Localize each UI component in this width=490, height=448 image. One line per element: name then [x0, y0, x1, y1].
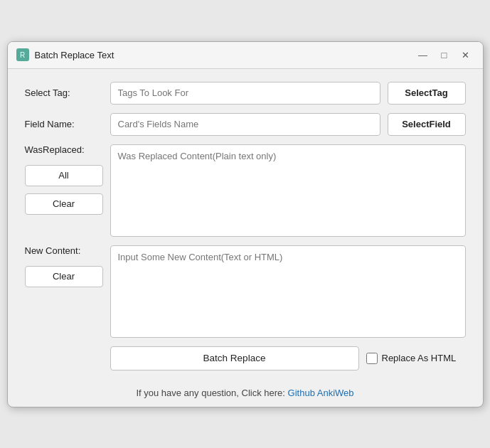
new-content-section: New Content: Clear	[25, 245, 466, 338]
replace-as-html-area: Replace As HTML	[366, 353, 466, 364]
minimize-button[interactable]: —	[415, 48, 432, 62]
field-name-input[interactable]	[110, 113, 380, 136]
window-controls: — □ ✕	[415, 48, 474, 62]
app-icon: R	[16, 48, 29, 61]
replace-as-html-checkbox[interactable]	[366, 353, 378, 364]
all-button[interactable]: All	[25, 165, 103, 186]
select-field-button[interactable]: SelectField	[388, 113, 466, 136]
new-content-side: New Content: Clear	[25, 245, 103, 338]
clear-was-replaced-button[interactable]: Clear	[25, 193, 103, 215]
select-tag-row: Select Tag: SelectTag	[25, 82, 466, 105]
main-window: R Batch Replace Text — □ ✕ Select Tag: S…	[7, 41, 484, 407]
footer-static-text: If you have any question, Click here:	[136, 388, 287, 398]
window-title: Batch Replace Text	[35, 50, 415, 60]
content-area: Select Tag: SelectTag Field Name: Select…	[8, 69, 483, 380]
batch-replace-button[interactable]: Batch Replace	[110, 346, 359, 370]
new-content-label: New Content:	[25, 245, 103, 256]
tags-input[interactable]	[110, 82, 380, 105]
field-name-row: Field Name: SelectField	[25, 113, 466, 136]
close-button[interactable]: ✕	[457, 48, 474, 62]
ankiweb-link[interactable]: AnkiWeb	[317, 388, 354, 398]
new-content-textarea[interactable]	[110, 245, 466, 338]
was-replaced-section: WasReplaced: All Clear	[25, 144, 466, 237]
was-replaced-side: WasReplaced: All Clear	[25, 144, 103, 237]
was-replaced-textarea[interactable]	[110, 144, 466, 237]
clear-new-content-button[interactable]: Clear	[25, 266, 103, 287]
was-replaced-label: WasReplaced:	[25, 144, 103, 155]
title-bar: R Batch Replace Text — □ ✕	[8, 42, 483, 69]
field-name-label: Field Name:	[25, 119, 103, 129]
github-link[interactable]: Github	[288, 388, 315, 398]
replace-as-html-label: Replace As HTML	[382, 353, 457, 363]
select-tag-label: Select Tag:	[25, 87, 103, 98]
maximize-button[interactable]: □	[436, 48, 453, 62]
footer: If you have any question, Click here: Gi…	[8, 380, 483, 407]
bottom-row: Batch Replace Replace As HTML	[25, 346, 466, 370]
select-tag-button[interactable]: SelectTag	[388, 82, 466, 105]
